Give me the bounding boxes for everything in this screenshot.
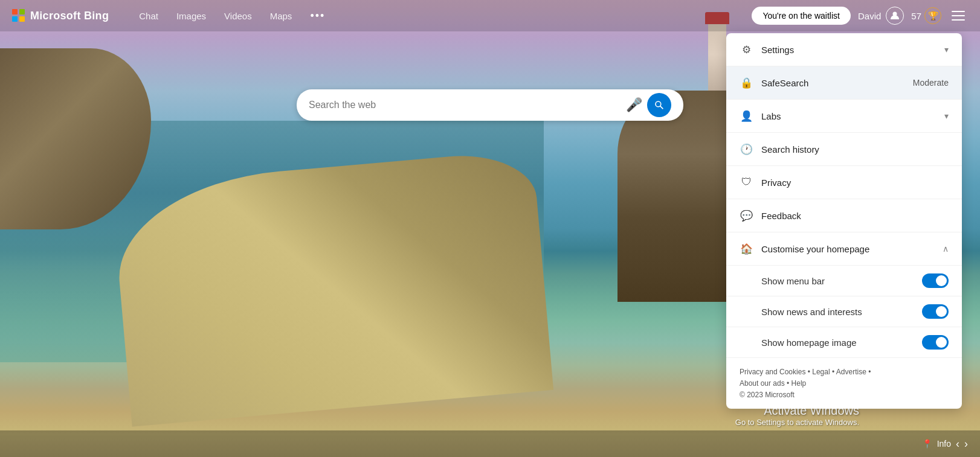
search-container: 🎤: [297, 89, 683, 121]
feedback-icon: 💬: [740, 209, 753, 222]
hamburger-menu-button[interactable]: [949, 6, 968, 25]
panel-footer: Privacy and Cookies • Legal • Advertise …: [726, 358, 962, 409]
privacy-icon: 🛡: [740, 176, 753, 189]
search-history-label: Search history: [761, 144, 949, 155]
points-count: 57: [911, 11, 921, 21]
search-history-icon: 🕐: [740, 142, 753, 156]
user-area[interactable]: David: [858, 7, 904, 25]
settings-dropdown: ⚙ Settings ▾ 🔒 SafeSearch Moderate 👤 Lab…: [726, 33, 962, 409]
feedback-label: Feedback: [761, 211, 949, 221]
labs-chevron: ▾: [944, 111, 949, 121]
customise-label: Customise your homepage: [761, 244, 934, 254]
safesearch-label: SafeSearch: [761, 78, 904, 88]
safesearch-item[interactable]: 🔒 SafeSearch Moderate: [726, 66, 962, 100]
search-button[interactable]: [647, 93, 671, 117]
menu-line-1: [952, 11, 965, 12]
search-bar: 🎤: [297, 89, 683, 121]
labs-icon: 👤: [740, 109, 753, 123]
show-homepage-image-item: Show homepage image: [726, 327, 962, 358]
customise-chevron: ∧: [943, 244, 949, 254]
location-icon: 📍: [922, 439, 932, 449]
points-area[interactable]: 57 🏆: [911, 7, 941, 24]
navbar: Microsoft Bing Chat Images Videos Maps •…: [0, 0, 980, 31]
nav-links: Chat Images Videos Maps •••: [139, 10, 325, 22]
labs-item[interactable]: 👤 Labs ▾: [726, 100, 962, 133]
sq-red: [12, 9, 18, 14]
nav-chat[interactable]: Chat: [139, 11, 158, 21]
user-avatar-icon: [886, 7, 904, 25]
logo[interactable]: Microsoft Bing: [12, 9, 109, 22]
menu-line-3: [952, 19, 965, 21]
footer-advertise[interactable]: Advertise: [836, 368, 866, 376]
sq-yellow: [19, 16, 25, 22]
settings-label: Settings: [761, 45, 936, 55]
feedback-item[interactable]: 💬 Feedback: [726, 199, 962, 232]
privacy-label: Privacy: [761, 177, 949, 188]
safesearch-value: Moderate: [913, 78, 949, 88]
brand-name: Microsoft Bing: [30, 10, 109, 22]
sq-blue: [12, 16, 18, 22]
show-news-item: Show news and interests: [726, 296, 962, 327]
bottom-bar: 📍 Info ‹ ›: [0, 430, 980, 457]
user-name: David: [858, 11, 881, 21]
safesearch-icon: 🔒: [740, 76, 753, 89]
footer-about-ads[interactable]: About our ads: [740, 379, 785, 388]
microphone-icon[interactable]: 🎤: [626, 97, 642, 113]
footer-privacy[interactable]: Privacy and Cookies: [740, 368, 805, 376]
activate-subtitle: Go to Settings to activate Windows.: [735, 418, 859, 427]
show-menu-bar-item: Show menu bar: [726, 266, 962, 296]
prev-arrow[interactable]: ‹: [956, 438, 959, 450]
nav-images[interactable]: Images: [176, 11, 206, 21]
nav-more-button[interactable]: •••: [310, 10, 325, 22]
footer-help[interactable]: Help: [791, 379, 807, 388]
show-news-label: Show news and interests: [761, 307, 914, 317]
settings-item[interactable]: ⚙ Settings ▾: [726, 33, 962, 66]
show-homepage-image-toggle[interactable]: [922, 335, 949, 350]
footer-links: Privacy and Cookies • Legal • Advertise …: [740, 366, 949, 389]
settings-chevron: ▾: [944, 45, 949, 54]
labs-label: Labs: [761, 111, 936, 121]
settings-icon: ⚙: [740, 43, 753, 56]
search-history-item[interactable]: 🕐 Search history: [726, 133, 962, 166]
svg-point-1: [656, 101, 661, 107]
footer-legal[interactable]: Legal: [812, 368, 830, 376]
show-menu-bar-label: Show menu bar: [761, 276, 914, 286]
trophy-icon: 🏆: [924, 7, 941, 24]
nav-videos[interactable]: Videos: [224, 11, 252, 21]
search-input[interactable]: [309, 100, 626, 110]
menu-line-2: [952, 15, 965, 16]
privacy-item[interactable]: 🛡 Privacy: [726, 166, 962, 199]
customise-icon: 🏠: [740, 242, 753, 255]
customise-header[interactable]: 🏠 Customise your homepage ∧: [726, 232, 962, 266]
show-news-toggle[interactable]: [922, 304, 949, 319]
next-arrow[interactable]: ›: [964, 438, 968, 450]
waitlist-button[interactable]: You're on the waitlist: [752, 7, 850, 25]
nav-right: You're on the waitlist David 57 🏆: [752, 6, 968, 25]
info-button[interactable]: Info: [937, 439, 951, 449]
show-menu-bar-toggle[interactable]: [922, 273, 949, 288]
nav-maps[interactable]: Maps: [270, 11, 292, 21]
svg-line-2: [660, 106, 663, 109]
sq-green: [19, 9, 25, 14]
bing-logo-squares: [12, 9, 25, 22]
footer-copyright: © 2023 Microsoft: [740, 389, 949, 401]
show-homepage-image-label: Show homepage image: [761, 337, 914, 348]
